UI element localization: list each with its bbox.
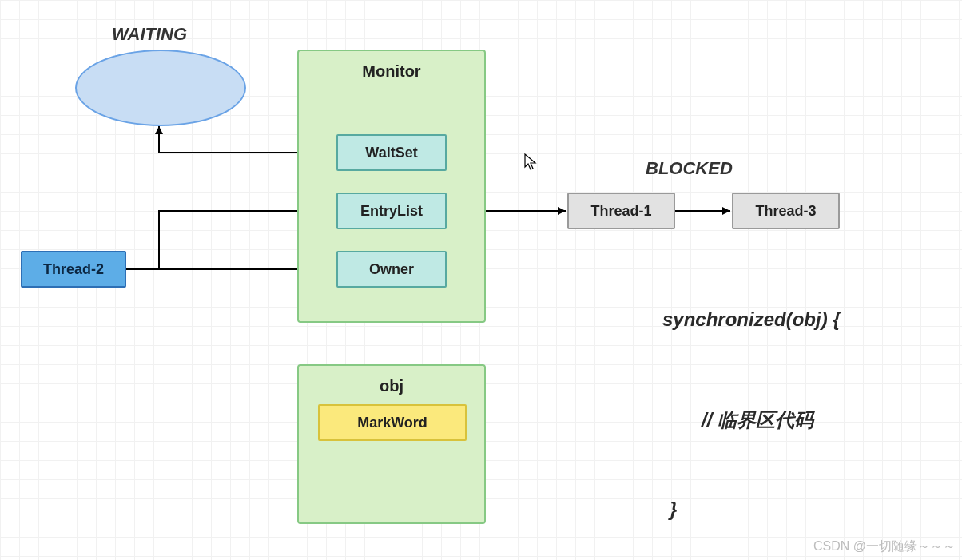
monitor-title: Monitor: [299, 62, 484, 81]
owner-cell: Owner: [336, 251, 447, 288]
thread-2-cell: Thread-2: [21, 251, 126, 288]
thread-3-cell: Thread-3: [732, 193, 840, 229]
obj-title: obj: [299, 377, 484, 395]
waitset-cell: WaitSet: [336, 134, 447, 171]
code-line-3: }: [670, 498, 677, 521]
diagram-canvas: WAITING Monitor WaitSet EntryList Owner …: [0, 0, 962, 560]
markword-cell: MarkWord: [318, 404, 467, 441]
blocked-label: BLOCKED: [646, 158, 733, 179]
waiting-ellipse: [75, 50, 246, 126]
waiting-label: WAITING: [112, 24, 187, 45]
code-line-2: // 临界区代码: [702, 407, 813, 433]
watermark-text: CSDN @一切随缘～～～: [813, 538, 956, 555]
entrylist-cell: EntryList: [336, 193, 447, 229]
code-line-1: synchronized(obj) {: [662, 308, 841, 331]
obj-box: obj: [297, 364, 486, 524]
thread-1-cell: Thread-1: [567, 193, 675, 229]
